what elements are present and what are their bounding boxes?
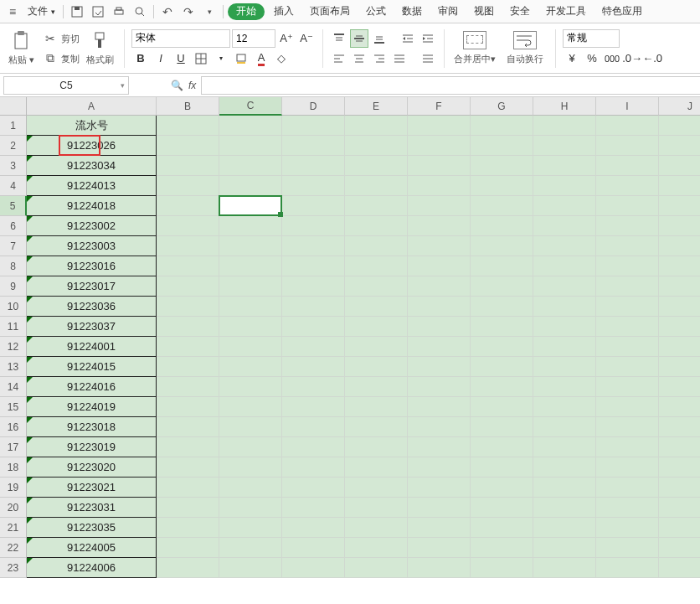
cell-D19[interactable] — [282, 478, 345, 498]
cell-E8[interactable] — [345, 256, 408, 276]
cell-F17[interactable] — [408, 437, 471, 457]
cell-H20[interactable] — [533, 498, 596, 518]
cell-J8[interactable] — [659, 256, 700, 276]
row-header-11[interactable]: 11 — [0, 317, 27, 337]
cell-D5[interactable] — [282, 196, 345, 216]
cell-B3[interactable] — [157, 156, 219, 176]
cell-F8[interactable] — [408, 256, 471, 276]
cell-F18[interactable] — [408, 457, 471, 478]
cell-G15[interactable] — [471, 397, 533, 417]
cell-I9[interactable] — [596, 276, 659, 297]
name-box[interactable]: C5▾ — [3, 76, 129, 95]
cell-D21[interactable] — [282, 518, 345, 538]
file-menu[interactable]: 文件▾ — [24, 3, 59, 21]
cell-F12[interactable] — [408, 337, 471, 357]
cell-H15[interactable] — [533, 397, 596, 417]
cell-F14[interactable] — [408, 377, 471, 397]
underline-button[interactable]: U — [172, 49, 190, 68]
row-header-22[interactable]: 22 — [0, 538, 27, 558]
cell-A3[interactable]: 91223034 — [27, 156, 157, 176]
cell-C10[interactable] — [219, 297, 282, 317]
cell-D10[interactable] — [282, 297, 345, 317]
decrease-indent-icon[interactable] — [399, 29, 417, 48]
cell-B7[interactable] — [157, 236, 219, 256]
save-as-icon[interactable] — [89, 3, 107, 21]
cell-A19[interactable]: 91223021 — [27, 478, 157, 498]
cell-G9[interactable] — [471, 276, 533, 297]
comma-icon[interactable]: 000 — [603, 49, 621, 68]
cell-A9[interactable]: 91223017 — [27, 276, 157, 297]
tab-insert[interactable]: 插入 — [267, 0, 301, 23]
cell-F15[interactable] — [408, 397, 471, 417]
cell-H9[interactable] — [533, 276, 596, 297]
cell-D20[interactable] — [282, 498, 345, 518]
merge-center-button[interactable]: 合并居中▾ — [451, 27, 498, 70]
undo-icon[interactable]: ↶ — [158, 3, 177, 21]
cell-A13[interactable]: 91224015 — [27, 357, 157, 377]
cell-A17[interactable]: 91223019 — [27, 437, 157, 457]
cell-E22[interactable] — [345, 538, 408, 558]
row-header-13[interactable]: 13 — [0, 357, 27, 377]
cell-D7[interactable] — [282, 236, 345, 256]
cell-B9[interactable] — [157, 276, 219, 297]
increase-indent-icon[interactable] — [419, 29, 437, 48]
cell-G11[interactable] — [471, 317, 533, 337]
cell-C11[interactable] — [219, 317, 282, 337]
font-name-select[interactable] — [131, 29, 230, 48]
print-icon[interactable] — [110, 3, 128, 21]
cell-H18[interactable] — [533, 457, 596, 478]
hamburger-icon[interactable]: ≡ — [3, 3, 22, 21]
align-bottom-icon[interactable] — [370, 29, 389, 48]
row-header-5[interactable]: 5 — [0, 196, 27, 216]
cell-G3[interactable] — [471, 156, 533, 176]
fill-color-button[interactable] — [232, 49, 250, 68]
cell-J13[interactable] — [659, 357, 700, 377]
cell-C14[interactable] — [219, 377, 282, 397]
row-header-15[interactable]: 15 — [0, 397, 27, 417]
font-size-select[interactable] — [232, 29, 275, 48]
cell-E17[interactable] — [345, 437, 408, 457]
cell-B11[interactable] — [157, 317, 219, 337]
cell-E19[interactable] — [345, 478, 408, 498]
cell-C20[interactable] — [219, 498, 282, 518]
cell-G20[interactable] — [471, 498, 533, 518]
cell-G10[interactable] — [471, 297, 533, 317]
cell-B21[interactable] — [157, 518, 219, 538]
cell-C6[interactable] — [219, 216, 282, 236]
cell-H21[interactable] — [533, 518, 596, 538]
column-header-E[interactable]: E — [345, 97, 408, 116]
tab-formulas[interactable]: 公式 — [359, 0, 393, 23]
cell-G7[interactable] — [471, 236, 533, 256]
cell-F5[interactable] — [408, 196, 471, 216]
cell-B15[interactable] — [157, 397, 219, 417]
cell-F11[interactable] — [408, 317, 471, 337]
cell-D4[interactable] — [282, 176, 345, 196]
cell-E18[interactable] — [345, 457, 408, 478]
cells-area[interactable]: 流水号9122302691223034912240139122401891223… — [27, 116, 700, 578]
cell-G16[interactable] — [471, 417, 533, 437]
cell-B8[interactable] — [157, 256, 219, 276]
cell-C19[interactable] — [219, 478, 282, 498]
cell-F10[interactable] — [408, 297, 471, 317]
row-header-23[interactable]: 23 — [0, 558, 27, 578]
borders-button[interactable] — [192, 49, 210, 68]
column-header-G[interactable]: G — [471, 97, 533, 116]
cell-B22[interactable] — [157, 538, 219, 558]
decrease-decimal-icon[interactable]: ←.0 — [643, 49, 661, 68]
cell-E16[interactable] — [345, 417, 408, 437]
cell-J1[interactable] — [659, 116, 700, 136]
column-header-B[interactable]: B — [157, 97, 219, 116]
cell-D12[interactable] — [282, 337, 345, 357]
cell-J15[interactable] — [659, 397, 700, 417]
number-format-select[interactable] — [563, 29, 620, 48]
select-all-corner[interactable] — [0, 97, 27, 116]
font-color-button[interactable]: A — [252, 49, 270, 68]
cell-H17[interactable] — [533, 437, 596, 457]
cell-D13[interactable] — [282, 357, 345, 377]
cell-E10[interactable] — [345, 297, 408, 317]
cell-B23[interactable] — [157, 558, 219, 578]
cell-A7[interactable]: 91223003 — [27, 236, 157, 256]
percent-icon[interactable]: % — [583, 49, 601, 68]
cell-G1[interactable] — [471, 116, 533, 136]
column-header-C[interactable]: C — [219, 97, 282, 116]
